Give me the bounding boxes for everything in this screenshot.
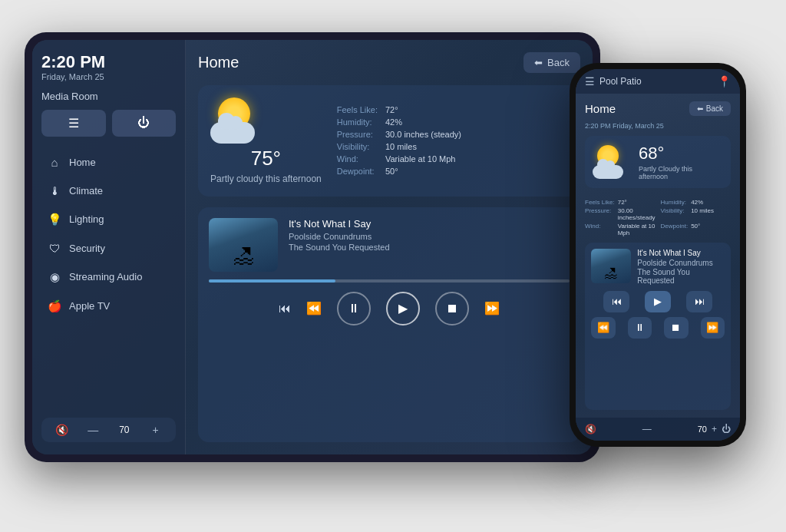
sidebar-item-lighting[interactable]: 💡 Lighting — [41, 206, 176, 233]
phone-location-icon: 📍 — [718, 75, 731, 88]
wind-value: Variable at 10 Mph — [385, 154, 568, 164]
phone-pressure-label: Pressure: — [585, 207, 615, 221]
volume-up-button[interactable]: + — [143, 424, 168, 436]
appletv-icon: 🍎 — [48, 299, 61, 313]
phone-pressure-value: 30.00 inches/steady — [618, 207, 658, 221]
stop-button[interactable]: ⏹ — [435, 292, 469, 325]
phone-music-track: It's Not What I Say — [637, 249, 725, 257]
phone-mute-icon: 🔇 — [585, 424, 596, 435]
sidebar-item-home[interactable]: ⌂ Home — [41, 149, 176, 176]
tablet-time: 2:20 PM Friday, March 25 — [41, 52, 176, 81]
weather-panel: 75° Partly cloudy this afternoon Feels L… — [198, 85, 580, 197]
menu-button[interactable]: ☰ — [41, 110, 106, 137]
climate-icon: 🌡 — [48, 184, 61, 197]
sidebar-security-label: Security — [69, 243, 105, 254]
humidity-label: Humidity: — [337, 117, 378, 127]
progress-bar[interactable] — [209, 279, 570, 283]
sidebar-climate-label: Climate — [69, 185, 103, 197]
phone-content: Home ⬅ Back 2:20 PM Friday, March 25 68° — [576, 94, 740, 418]
phone-dewpoint-value: 50° — [691, 223, 731, 236]
phone-datetime: 2:20 PM Friday, March 25 — [585, 122, 731, 130]
phone-back-label: Back — [706, 104, 723, 113]
sidebar-appletv-label: Apple TV — [69, 300, 110, 312]
phone-back-icon: ⬅ — [697, 104, 703, 113]
back-button[interactable]: ⬅ Back — [523, 52, 580, 73]
volume-level: 70 — [112, 425, 137, 435]
pressure-label: Pressure: — [337, 130, 378, 139]
tablet-room-label: Media Room — [41, 91, 176, 102]
phone-play-button[interactable]: ▶ — [645, 291, 671, 312]
menu-icon: ☰ — [68, 116, 79, 131]
mute-button[interactable]: 🔇 — [49, 424, 74, 436]
phone-fast-fwd-button[interactable]: ⏩ — [701, 317, 725, 339]
phone-volume-plus: + — [712, 424, 717, 435]
back-label: Back — [547, 57, 570, 68]
feels-like-label: Feels Like: — [337, 105, 378, 114]
phone-dewpoint-label: Dewpoint: — [661, 223, 689, 236]
phone-stop-button[interactable]: ⏹ — [664, 317, 689, 339]
dewpoint-label: Dewpoint: — [337, 167, 378, 176]
phone-weather-right: 68° Partly Cloudy this afternoon — [639, 144, 723, 180]
phone-skip-back-button[interactable]: ⏮ — [603, 291, 629, 312]
phone-humidity-label: Humidity: — [661, 199, 689, 206]
page-title: Home — [198, 54, 239, 71]
phone-visibility-label: Visibility: — [661, 207, 689, 221]
progress-fill — [209, 279, 335, 283]
phone-volume-dash: — — [601, 424, 693, 435]
tablet-date: Friday, March 25 — [41, 72, 176, 81]
music-controls: ⏮ ⏪ ⏸ ▶ ⏹ ⏩ — [209, 292, 570, 325]
home-icon: ⌂ — [48, 156, 61, 169]
audio-icon: ◉ — [48, 270, 61, 284]
music-track: It's Not What I Say — [289, 218, 390, 230]
back-arrow-icon: ⬅ — [534, 57, 543, 68]
phone-skip-fwd-button[interactable]: ⏭ — [686, 291, 712, 312]
phone-volume-level: 70 — [698, 425, 707, 434]
phone-menu-icon[interactable]: ☰ — [585, 75, 595, 88]
phone-screen: ☰ Pool Patio 📍 Home ⬅ Back 2:20 PM Frida… — [576, 69, 740, 441]
phone-back-button[interactable]: ⬅ Back — [689, 101, 731, 116]
volume-bar: 🔇 — 70 + — [41, 418, 176, 442]
phone-music-album: Poolside Conundrums — [637, 259, 725, 267]
pause-button[interactable]: ⏸ — [337, 292, 371, 325]
phone-wind-value: Variable at 10 Mph — [618, 223, 658, 236]
phone-pause-button[interactable]: ⏸ — [628, 317, 652, 339]
scene: 2:20 PM Friday, March 25 Media Room ☰ ⏻ … — [17, 17, 769, 516]
phone-power-icon[interactable]: ⏻ — [722, 424, 731, 435]
sidebar-controls: ☰ ⏻ — [41, 110, 176, 137]
phone-weather-icon — [593, 145, 631, 179]
rewind-button[interactable]: ⏪ — [306, 301, 322, 316]
power-button[interactable]: ⏻ — [112, 110, 177, 137]
skip-back-button[interactable]: ⏮ — [279, 302, 291, 316]
phone-controls-row1: ⏮ ▶ ⏭ — [591, 291, 725, 312]
tablet-main: Home ⬅ Back 75° Partly cloudy this — [186, 40, 593, 454]
phone-temperature: 68° — [639, 144, 723, 164]
phone-main-header: Home ⬅ Back — [585, 101, 731, 116]
phone-controls-row2: ⏪ ⏸ ⏹ ⏩ — [591, 317, 725, 339]
main-header: Home ⬅ Back — [198, 52, 580, 73]
volume-down-button[interactable]: — — [81, 424, 106, 436]
sidebar-item-apple-tv[interactable]: 🍎 Apple TV — [41, 292, 176, 320]
phone-rewind-button[interactable]: ⏪ — [591, 317, 616, 339]
phone-feels-value: 72° — [618, 199, 658, 206]
sidebar-item-climate[interactable]: 🌡 Climate — [41, 177, 176, 204]
play-button[interactable]: ▶ — [386, 292, 420, 325]
dewpoint-value: 50° — [385, 167, 568, 176]
weather-icon — [210, 97, 264, 144]
security-icon: 🛡 — [48, 242, 61, 255]
phone-footer: 🔇 — 70 + ⏻ — [576, 418, 740, 441]
fast-forward-button[interactable]: ⏩ — [484, 301, 500, 316]
music-panel: It's Not What I Say Poolside Conundrums … — [198, 207, 580, 442]
wind-label: Wind: — [337, 154, 378, 164]
phone-album-art — [591, 249, 631, 283]
phone-weather: 68° Partly Cloudy this afternoon — [585, 136, 731, 188]
sidebar-item-streaming-audio[interactable]: ◉ Streaming Audio — [41, 263, 176, 291]
phone-weather-details: Feels Like: 72° Humidity: 42% Pressure: … — [585, 199, 731, 236]
sidebar-audio-label: Streaming Audio — [69, 271, 142, 283]
sidebar-item-security[interactable]: 🛡 Security — [41, 235, 176, 262]
pressure-value: 30.0 inches (steady) — [385, 130, 568, 139]
phone-header-left: ☰ Pool Patio — [585, 75, 642, 88]
cloud-icon — [210, 122, 255, 144]
phone: ☰ Pool Patio 📍 Home ⬅ Back 2:20 PM Frida… — [570, 63, 746, 447]
tablet: 2:20 PM Friday, March 25 Media Room ☰ ⏻ … — [25, 32, 600, 462]
album-art — [209, 218, 278, 272]
